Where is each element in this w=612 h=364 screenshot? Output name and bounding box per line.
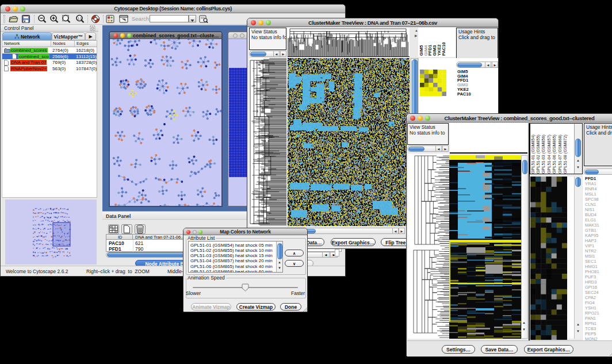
svg-text:GPL51-08 (GSM872): GPL51-08 (GSM872) xyxy=(563,135,568,174)
svg-text:GPL51-07 (GSM868): GPL51-07 (GSM868) xyxy=(557,135,563,174)
svg-text:PAC10: PAC10 xyxy=(441,42,446,56)
svg-text:GPL51-06 (GSM865): GPL51-06 (GSM865) xyxy=(552,135,557,174)
svg-text:GPL51-02 (GSM855): GPL51-02 (GSM855) xyxy=(536,135,541,174)
svg-text:GPL51-01 (GSM854): GPL51-01 (GSM854) xyxy=(530,135,536,174)
svg-text:GPL51-04 (GSM857): GPL51-04 (GSM857) xyxy=(546,135,552,174)
svg-text:1:1: 1:1 xyxy=(78,17,82,20)
svg-text:GPL51-03 (GSM856): GPL51-03 (GSM856) xyxy=(541,135,546,174)
